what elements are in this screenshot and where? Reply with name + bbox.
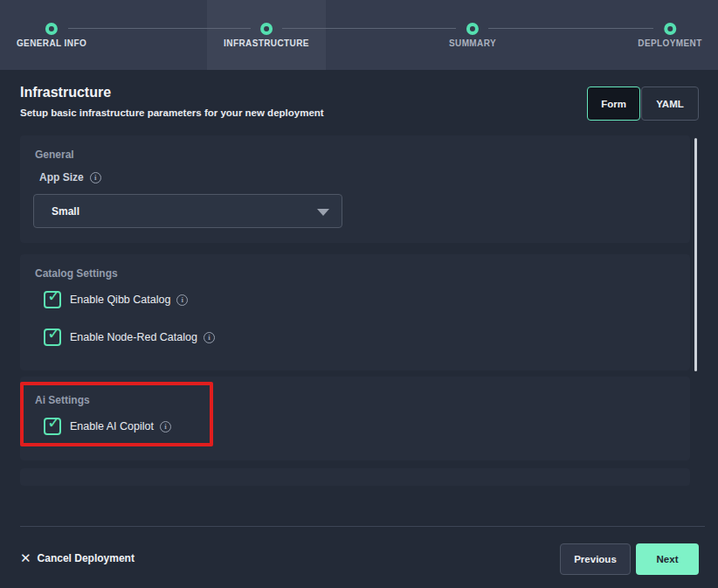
- cancel-deployment-button[interactable]: ✕ Cancel Deployment: [20, 550, 135, 566]
- step-dot-icon: [466, 23, 479, 35]
- info-icon[interactable]: i: [204, 332, 215, 343]
- checkbox-enable-node-red-catalog[interactable]: ✓ Enable Node-Red Catalog i: [44, 329, 215, 346]
- step-general-info[interactable]: GENERAL INFO: [17, 0, 86, 70]
- section-general: General App Size i Small: [20, 135, 690, 243]
- app-size-value: Small: [52, 205, 79, 218]
- checkbox-checked-icon: ✓: [44, 418, 61, 435]
- section-ai-settings: Ai Settings ✓ Enable AI Copilot i: [20, 377, 690, 460]
- step-dot-icon: [664, 23, 676, 35]
- cancel-label: Cancel Deployment: [38, 552, 135, 564]
- step-deployment[interactable]: DEPLOYMENT: [638, 0, 701, 70]
- section-title: Catalog Settings: [35, 267, 118, 280]
- view-toggle: Form YAML: [587, 86, 699, 121]
- step-summary[interactable]: SUMMARY: [449, 0, 496, 70]
- stepper-connector: [488, 28, 653, 29]
- step-label: GENERAL INFO: [17, 38, 86, 48]
- app-size-select[interactable]: Small: [33, 194, 342, 228]
- deployment-wizard-window: GENERAL INFO INFRASTRUCTURE SUMMARY DEPL…: [0, 0, 718, 588]
- previous-button[interactable]: Previous: [560, 543, 631, 575]
- next-button[interactable]: Next: [636, 543, 699, 575]
- step-label: SUMMARY: [449, 38, 496, 48]
- check-icon: ✓: [47, 287, 61, 305]
- step-dot-icon: [45, 23, 58, 35]
- wizard-stepper: GENERAL INFO INFRASTRUCTURE SUMMARY DEPL…: [0, 0, 718, 70]
- chevron-down-icon: [317, 209, 329, 216]
- scrollbar-thumb[interactable]: [694, 138, 697, 371]
- step-dot-icon: [260, 23, 273, 35]
- footer-divider: [20, 526, 705, 527]
- step-infrastructure[interactable]: INFRASTRUCTURE: [224, 0, 309, 70]
- check-icon: ✓: [47, 325, 61, 342]
- close-icon: ✕: [20, 550, 31, 566]
- info-icon[interactable]: i: [90, 172, 101, 183]
- checkbox-label: Enable Qibb Catalog: [70, 294, 170, 306]
- page-title: Infrastructure: [20, 85, 111, 100]
- section-title: General: [35, 149, 74, 161]
- checkbox-label: Enable Node-Red Catalog: [70, 331, 197, 343]
- checkbox-enable-qibb-catalog[interactable]: ✓ Enable Qibb Catalog i: [44, 291, 188, 308]
- step-label: DEPLOYMENT: [638, 38, 701, 48]
- section-partial: [20, 468, 690, 486]
- section-catalog-settings: Catalog Settings ✓ Enable Qibb Catalog i…: [20, 254, 690, 370]
- yaml-view-button[interactable]: YAML: [641, 86, 699, 121]
- step-label: INFRASTRUCTURE: [224, 38, 309, 48]
- checkbox-checked-icon: ✓: [44, 291, 61, 308]
- checkbox-checked-icon: ✓: [44, 329, 61, 346]
- info-icon[interactable]: i: [176, 294, 188, 306]
- app-size-label: App Size i: [39, 171, 101, 183]
- checkbox-label: Enable AI Copilot: [70, 420, 154, 432]
- checkbox-enable-ai-copilot[interactable]: ✓ Enable AI Copilot i: [44, 418, 171, 435]
- page-subtitle: Setup basic infrastructure parameters fo…: [20, 107, 324, 118]
- section-title: Ai Settings: [35, 394, 90, 406]
- field-label-text: App Size: [39, 171, 84, 183]
- check-icon: ✓: [47, 414, 61, 432]
- form-view-button[interactable]: Form: [587, 86, 640, 121]
- info-icon[interactable]: i: [160, 421, 171, 432]
